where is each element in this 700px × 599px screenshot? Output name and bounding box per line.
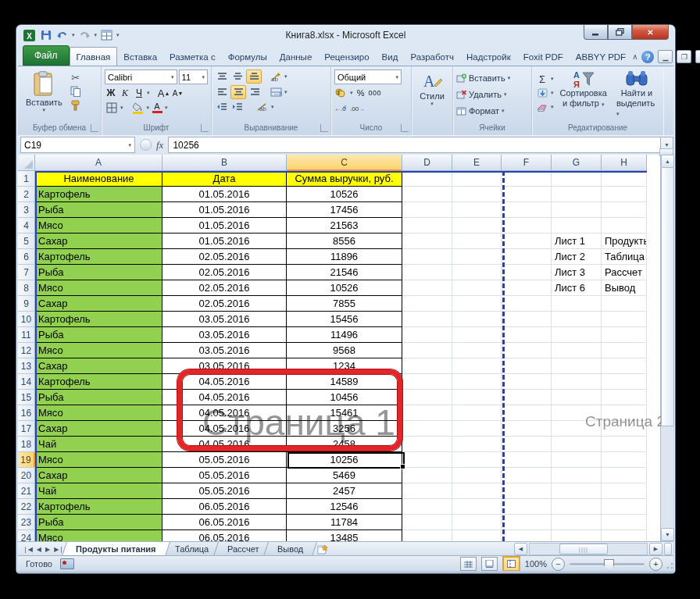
tab-6[interactable]: Рецензиро	[318, 48, 375, 66]
cell-E2[interactable]	[452, 187, 502, 202]
cell-F20[interactable]	[502, 468, 552, 483]
number-format-select[interactable]: Общий▾	[334, 70, 402, 84]
cell-B22[interactable]: 06.05.2016	[162, 499, 287, 515]
row-header-24[interactable]: 24	[18, 530, 35, 541]
cell-A5[interactable]: Сахар	[35, 234, 162, 249]
cell-G23[interactable]	[552, 515, 602, 530]
cell-G14[interactable]	[552, 374, 602, 390]
cell-H3[interactable]	[602, 202, 647, 218]
cell-H14[interactable]	[602, 374, 647, 390]
close-button[interactable]: ✕	[632, 25, 669, 40]
clipboard-dialog-launcher-icon[interactable]	[91, 124, 98, 132]
cell-F13[interactable]	[502, 358, 552, 374]
cell-D22[interactable]	[402, 499, 452, 515]
cell-E19[interactable]	[452, 452, 502, 468]
fill-icon[interactable]	[535, 87, 549, 99]
cell-H6[interactable]: Таблица	[602, 249, 647, 265]
cell-F1[interactable]	[502, 171, 552, 187]
cell-A22[interactable]: Картофель	[35, 499, 162, 515]
cell-B15[interactable]: 04.05.2016	[162, 390, 287, 405]
zoom-level[interactable]: 100%	[525, 559, 547, 569]
cell-C15[interactable]: 10456	[287, 390, 402, 405]
cell-C16[interactable]: 15461	[287, 405, 402, 421]
cell-C7[interactable]: 21546	[287, 265, 402, 280]
column-header-B[interactable]: B	[162, 155, 287, 171]
cell-D9[interactable]	[402, 296, 452, 312]
cell-F17[interactable]	[502, 421, 552, 437]
find-select-button[interactable]: Найти и выделить ▾	[613, 70, 660, 118]
cell-A13[interactable]: Сахар	[35, 358, 162, 374]
cell-D14[interactable]	[402, 374, 452, 390]
cell-F22[interactable]	[502, 499, 552, 515]
zoom-slider[interactable]	[570, 563, 645, 565]
align-middle-icon[interactable]	[230, 70, 245, 83]
cell-B19[interactable]: 05.05.2016	[162, 452, 287, 468]
cell-H19[interactable]	[602, 452, 647, 468]
cell-D4[interactable]	[402, 218, 452, 234]
cell-H8[interactable]: Вывод	[602, 280, 647, 296]
cell-G21[interactable]	[552, 483, 602, 499]
cell-E13[interactable]	[452, 358, 502, 374]
row-header-18[interactable]: 18	[18, 437, 35, 452]
cell-A1[interactable]: Наименование	[35, 171, 162, 187]
cell-H9[interactable]	[602, 296, 647, 312]
redo-dropdown-icon[interactable]: ▾	[95, 32, 98, 38]
cell-A19[interactable]: Мясо	[35, 452, 162, 468]
row-header-14[interactable]: 14	[18, 374, 35, 390]
cell-D2[interactable]	[402, 187, 452, 202]
name-box-dropdown-icon[interactable]: ▾	[128, 142, 131, 148]
increase-indent-icon[interactable]	[230, 101, 245, 113]
cell-B7[interactable]: 02.05.2016	[162, 265, 287, 280]
font-size-select[interactable]: 11▾	[179, 70, 208, 84]
shrink-font-button[interactable]: А▼	[172, 87, 184, 99]
cell-D20[interactable]	[402, 468, 452, 483]
cell-D6[interactable]	[402, 249, 452, 265]
cell-C23[interactable]: 11784	[287, 515, 402, 530]
row-header-23[interactable]: 23	[18, 515, 35, 530]
cell-C21[interactable]: 2457	[287, 483, 402, 499]
row-header-10[interactable]: 10	[18, 312, 35, 327]
cell-E15[interactable]	[452, 390, 502, 405]
cell-G18[interactable]	[552, 437, 602, 452]
cell-H15[interactable]	[602, 390, 647, 405]
cell-F14[interactable]	[502, 374, 552, 390]
cell-E8[interactable]	[452, 280, 502, 296]
cell-H11[interactable]	[602, 327, 647, 343]
decrease-indent-icon[interactable]	[215, 101, 229, 113]
row-header-8[interactable]: 8	[18, 280, 35, 296]
merge-center-icon[interactable]: ↔a	[269, 86, 283, 98]
align-bottom-icon[interactable]	[246, 70, 262, 84]
cell-B10[interactable]: 03.05.2016	[162, 312, 287, 327]
row-header-5[interactable]: 5	[18, 234, 35, 249]
row-header-20[interactable]: 20	[18, 468, 35, 483]
italic-button[interactable]: К	[119, 87, 131, 99]
table-view-icon[interactable]	[100, 29, 113, 42]
alignment-dialog-launcher-icon[interactable]	[320, 124, 328, 132]
undo-icon[interactable]	[55, 29, 69, 42]
tab-7[interactable]: Вид	[376, 48, 405, 66]
cell-E3[interactable]	[452, 202, 502, 218]
cell-C18[interactable]: 2458	[287, 437, 402, 452]
cell-H20[interactable]	[602, 468, 647, 483]
tab-file[interactable]: Файл	[23, 45, 70, 66]
tab-1[interactable]: Главная	[70, 47, 118, 66]
currency-icon[interactable]: $	[334, 87, 348, 99]
copy-icon[interactable]	[69, 85, 83, 98]
cell-A2[interactable]: Картофель	[35, 187, 162, 202]
cell-E16[interactable]	[452, 405, 502, 421]
row-header-13[interactable]: 13	[18, 358, 35, 374]
row-header-11[interactable]: 11	[18, 327, 35, 343]
cell-F8[interactable]	[502, 280, 552, 296]
cell-D17[interactable]	[402, 421, 452, 437]
cell-G1[interactable]	[552, 171, 602, 187]
cell-E11[interactable]	[452, 327, 502, 343]
cell-E5[interactable]	[452, 234, 502, 249]
cell-B20[interactable]: 05.05.2016	[162, 468, 287, 483]
cell-B18[interactable]: 04.05.2016	[162, 437, 287, 452]
page-layout-view-icon[interactable]	[481, 557, 498, 571]
clear-dropdown-icon[interactable]: ▾	[551, 104, 554, 110]
format-painter-icon[interactable]	[69, 99, 83, 112]
cell-F16[interactable]	[502, 405, 552, 421]
borders-dropdown-icon[interactable]: ▾	[120, 105, 123, 111]
cell-B9[interactable]: 02.05.2016	[162, 296, 287, 312]
